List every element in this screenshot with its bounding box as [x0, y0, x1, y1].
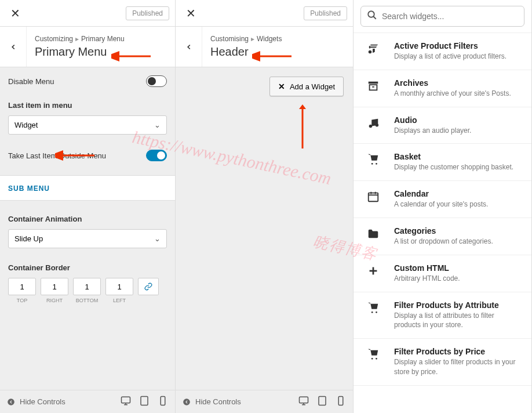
- svg-rect-10: [319, 396, 326, 405]
- back-arrow-icon[interactable]: [0, 27, 27, 67]
- close-icon[interactable]: ✕: [6, 4, 25, 23]
- svg-point-6: [183, 398, 190, 405]
- hide-controls-button[interactable]: Hide Controls: [183, 397, 241, 406]
- svg-point-18: [369, 124, 373, 128]
- disable-menu-label: Disable Menu: [8, 77, 54, 86]
- filter-icon: [363, 41, 384, 55]
- archive-icon: [363, 78, 384, 92]
- border-left-label: LEFT: [105, 298, 133, 303]
- last-item-label: Last item in menu: [8, 101, 167, 110]
- published-button[interactable]: Published: [304, 6, 347, 20]
- container-border-label: Container Border: [8, 263, 167, 272]
- widget-desc: A list or dropdown of categories.: [394, 237, 522, 247]
- widget-desc: A monthly archive of your site's Posts.: [394, 89, 522, 99]
- widget-item[interactable]: Basket Display the customer shopping bas…: [354, 144, 531, 181]
- tablet-icon[interactable]: [139, 396, 150, 408]
- widget-title: Basket: [394, 152, 522, 161]
- widget-desc: Display a list of active product filters…: [394, 52, 522, 61]
- chevron-down-icon: ⌄: [154, 234, 161, 243]
- widget-item[interactable]: Filter Products by Price Display a slide…: [354, 339, 531, 386]
- widget-desc: Display the customer shopping basket.: [394, 162, 522, 172]
- svg-rect-7: [300, 397, 308, 403]
- svg-rect-5: [161, 396, 165, 405]
- border-right-input[interactable]: 1: [41, 278, 68, 295]
- widget-title: Custom HTML: [394, 263, 522, 273]
- widget-desc: Displays an audio player.: [394, 126, 522, 136]
- cart-icon: [363, 347, 384, 361]
- widget-desc: Display a list of attributes to filter p…: [394, 311, 522, 331]
- svg-point-0: [8, 398, 14, 405]
- desktop-icon[interactable]: [298, 396, 309, 408]
- svg-point-19: [376, 124, 379, 127]
- widget-title: Archives: [394, 78, 522, 88]
- widget-title: Audio: [394, 115, 522, 125]
- svg-point-32: [376, 311, 377, 313]
- widget-title: Filter Products by Price: [394, 347, 522, 356]
- widget-desc: Arbitrary HTML code.: [394, 274, 522, 284]
- border-bottom-label: BOTTOM: [73, 298, 101, 303]
- link-values-button[interactable]: [138, 278, 159, 295]
- svg-rect-15: [369, 81, 378, 84]
- border-top-input[interactable]: 1: [8, 278, 36, 295]
- border-top-label: TOP: [8, 298, 36, 303]
- widget-item[interactable]: Filter Products by Attribute Display a l…: [354, 292, 531, 339]
- take-outside-toggle[interactable]: [146, 150, 167, 161]
- widget-item[interactable]: Calendar A calendar of your site's posts…: [354, 181, 531, 218]
- svg-rect-1: [122, 397, 130, 403]
- container-animation-label: Container Animation: [8, 215, 167, 223]
- widget-item[interactable]: Custom HTML Arbitrary HTML code.: [354, 255, 531, 292]
- widget-item[interactable]: Audio Displays an audio player.: [354, 107, 531, 144]
- breadcrumb: Customizing▸Primary Menu: [35, 35, 167, 43]
- close-icon: ✕: [278, 82, 285, 91]
- tablet-icon[interactable]: [317, 396, 327, 408]
- svg-point-12: [368, 11, 374, 17]
- last-item-select[interactable]: Widget ⌄: [8, 115, 167, 135]
- audio-icon: [363, 115, 384, 129]
- folder-icon: [363, 226, 384, 240]
- widget-desc: A calendar of your site's posts.: [394, 200, 522, 209]
- close-icon[interactable]: ✕: [181, 4, 201, 23]
- chevron-down-icon: ⌄: [154, 121, 161, 129]
- widget-desc: Display a slider to filter products in y…: [394, 357, 522, 377]
- add-widget-button[interactable]: ✕ Add a Widget: [269, 77, 344, 96]
- cart-icon: [363, 152, 384, 166]
- desktop-icon[interactable]: [121, 396, 131, 408]
- widget-title: Filter Products by Attribute: [394, 300, 522, 310]
- svg-point-34: [376, 358, 377, 360]
- mobile-icon[interactable]: [158, 396, 168, 408]
- published-button[interactable]: Published: [126, 6, 169, 20]
- border-right-label: RIGHT: [41, 298, 68, 303]
- search-input[interactable]: [382, 12, 518, 21]
- page-title: Header: [210, 45, 345, 59]
- take-outside-label: Take Last Item Outside Menu: [8, 151, 106, 160]
- back-arrow-icon[interactable]: [176, 27, 202, 67]
- widget-title: Active Product Filters: [394, 41, 522, 50]
- svg-point-20: [371, 163, 373, 165]
- container-animation-select[interactable]: Slide Up ⌄: [8, 229, 167, 248]
- plus-icon: [363, 263, 384, 277]
- svg-rect-4: [141, 396, 148, 405]
- hide-controls-button[interactable]: Hide Controls: [7, 397, 65, 406]
- widget-item[interactable]: Archives A monthly archive of your site'…: [354, 70, 531, 107]
- svg-point-31: [371, 311, 373, 313]
- svg-rect-11: [338, 396, 343, 405]
- calendar-icon: [363, 189, 384, 203]
- svg-point-33: [371, 358, 373, 360]
- border-bottom-input[interactable]: 1: [73, 278, 101, 295]
- border-left-input[interactable]: 1: [105, 278, 133, 295]
- search-icon: [367, 10, 377, 23]
- widget-title: Calendar: [394, 189, 522, 198]
- svg-point-14: [369, 50, 372, 54]
- widget-item[interactable]: Active Product Filters Display a list of…: [354, 33, 531, 70]
- mobile-icon[interactable]: [336, 396, 346, 408]
- sub-menu-heading: SUB MENU: [8, 184, 50, 193]
- svg-point-21: [376, 163, 377, 165]
- widget-title: Categories: [394, 226, 522, 236]
- widget-item[interactable]: Categories A list or dropdown of categor…: [354, 218, 531, 255]
- svg-rect-22: [369, 193, 378, 202]
- search-input-wrapper[interactable]: [360, 6, 524, 27]
- svg-line-13: [373, 16, 376, 19]
- cart-icon: [363, 300, 384, 314]
- disable-menu-toggle[interactable]: [146, 75, 167, 87]
- breadcrumb: Customising▸Widgets: [210, 35, 345, 43]
